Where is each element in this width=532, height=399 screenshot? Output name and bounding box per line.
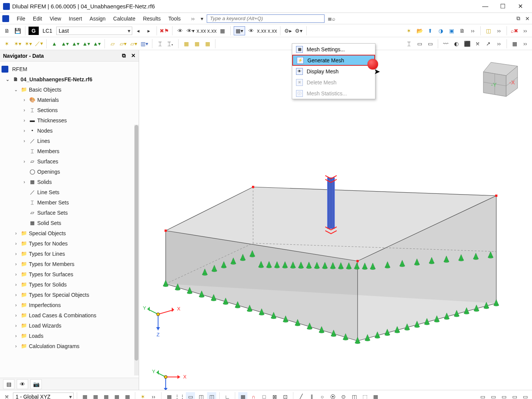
tree-item[interactable]: ›📁Load Cases & Combinations — [2, 310, 139, 320]
view-cube[interactable]: -Y -X — [480, 55, 525, 100]
menu-assign[interactable]: Assign — [86, 14, 109, 23]
tree-item[interactable]: ›•Nodes — [2, 125, 139, 136]
search-options-icon[interactable]: ≣⌕ — [327, 14, 336, 23]
nav-tab-display-icon[interactable]: 👁 — [17, 379, 28, 389]
menu-edit[interactable]: Edit — [29, 14, 46, 23]
menu-tools[interactable]: Tools — [165, 14, 185, 23]
nav-tab-data-icon[interactable]: ▤ — [3, 379, 14, 389]
navigator-close-icon[interactable]: ✕ — [131, 52, 136, 59]
guide-b-icon[interactable]: ⬚ — [360, 392, 369, 399]
sel-rect-icon[interactable]: ▭ — [186, 392, 195, 399]
snap2-icon[interactable]: ▦ — [91, 392, 100, 399]
expand-icon[interactable]: ⌄ — [13, 87, 19, 92]
graph-icon[interactable]: 〰 — [441, 39, 450, 48]
tree-item[interactable]: ›▦Solids — [2, 177, 139, 187]
minimize-button[interactable]: — — [477, 1, 494, 12]
tree-item[interactable]: ›🎨Materials — [2, 95, 139, 105]
tree-item[interactable]: ◯Openings — [2, 166, 139, 177]
line-tool-icon[interactable]: ／▾ — [34, 39, 43, 48]
new-file-icon[interactable]: 🗎 — [2, 26, 11, 35]
model-viewport[interactable]: X Y Z X Y Z — [139, 50, 532, 390]
osnap-mid-icon[interactable]: ⊡ — [281, 392, 290, 399]
dots-b-icon[interactable]: ⋮⋮ — [175, 392, 184, 399]
run-all-icon[interactable]: ⚙▾ — [294, 26, 303, 35]
tree-item[interactable]: ›📁Types for Nodes — [2, 238, 139, 249]
star-b-icon[interactable]: ✶ — [138, 392, 147, 399]
view3-icon[interactable]: ▭ — [499, 392, 508, 399]
loadcase-combo[interactable]: Last — [56, 27, 132, 35]
tree-item[interactable]: ⌶Member Sets — [2, 197, 139, 207]
osnap-end-icon[interactable]: □ — [260, 392, 269, 399]
cube-icon[interactable]: ⬛ — [462, 39, 472, 48]
tree-item[interactable]: ›／Lines — [2, 136, 139, 146]
envelope-icon[interactable]: ▦ — [218, 26, 227, 35]
cancel-select-icon[interactable]: ⌕✖ — [510, 26, 519, 35]
osnap-magnet-icon[interactable]: ∩ — [249, 392, 258, 399]
surface-tool2-icon[interactable]: ▱▾ — [119, 39, 128, 48]
sel-lasso-icon[interactable]: ◫ — [196, 392, 206, 399]
expand-icon[interactable]: › — [21, 97, 27, 103]
view5-icon[interactable]: ▭ — [521, 392, 530, 399]
nav-tab-views-icon[interactable]: 📷 — [30, 379, 42, 389]
select-icon[interactable]: ◫ — [484, 26, 493, 35]
snap3-icon[interactable]: ▦ — [101, 392, 111, 399]
support-tool-icon[interactable]: ▲ — [50, 39, 59, 48]
guide-o-icon[interactable]: ⊙ — [339, 392, 348, 399]
surface-tool-icon[interactable]: ▱ — [108, 39, 117, 48]
node-tool-icon[interactable]: ✶ — [2, 39, 11, 48]
node-tool3-icon[interactable]: ✶▾ — [24, 39, 33, 48]
section-lib-icon[interactable]: ⌶ — [404, 39, 413, 48]
delete-mesh-item[interactable]: ✖Delete Mesh — [292, 77, 375, 88]
menu-results[interactable]: Results — [139, 14, 165, 23]
osnap-grid-icon[interactable]: ▦ — [238, 392, 247, 399]
save-icon[interactable]: 💾 — [13, 26, 22, 35]
expand-icon[interactable]: › — [13, 323, 19, 328]
run-icon[interactable]: ⚙▸ — [283, 26, 293, 35]
tree-item[interactable]: ▦Solid Sets — [2, 218, 139, 228]
mesh-dropdown-button[interactable]: ▦▾ — [234, 26, 245, 35]
overflow-1-icon[interactable]: ›› — [468, 26, 477, 35]
section-tool-icon[interactable]: ⌶ — [155, 39, 165, 48]
overflow-4-icon[interactable]: ›› — [494, 39, 504, 48]
support-tool4-icon[interactable]: ▲▾ — [82, 39, 91, 48]
tree-item[interactable]: ›📁Loads — [2, 331, 139, 341]
overflow-2-icon[interactable]: ›› — [494, 26, 504, 35]
expand-icon[interactable]: › — [21, 179, 27, 185]
sel-poly-icon[interactable]: ◫ — [207, 392, 216, 399]
result-x-icon[interactable]: x.xx — [197, 26, 206, 35]
overflow-3-icon[interactable]: ›› — [521, 26, 530, 35]
nav-basic[interactable]: Basic Objects — [29, 87, 62, 93]
view2-icon[interactable]: ▭ — [489, 392, 498, 399]
expand-icon[interactable]: › — [13, 272, 19, 277]
next-lc-icon[interactable]: ▸ — [144, 26, 154, 35]
tree-item[interactable]: ▱Surface Sets — [2, 207, 139, 218]
expand-icon[interactable]: › — [21, 138, 27, 144]
navigator-scrollbar[interactable] — [134, 125, 139, 375]
tree-item[interactable]: ›📁Types for Surfaces — [2, 269, 139, 279]
tree-item[interactable]: ›📁Types for Members — [2, 259, 139, 269]
maximize-button[interactable]: ☐ — [494, 1, 511, 12]
section-lib3-icon[interactable]: ▭ — [426, 39, 435, 48]
expand-icon[interactable]: › — [13, 333, 19, 339]
tree-item[interactable]: ›⌶Sections — [2, 105, 139, 115]
document-icon[interactable]: 🗎 — [458, 26, 467, 35]
show-results-icon[interactable]: 👁 — [176, 26, 185, 35]
result-x2-icon[interactable]: x.xx — [207, 26, 217, 35]
expand-icon[interactable]: › — [21, 108, 27, 113]
guide-c-icon[interactable]: ○ — [318, 392, 327, 399]
guide-l-icon[interactable]: ╱ — [296, 392, 306, 399]
close-button[interactable]: ✕ — [511, 1, 529, 12]
prev-lc-icon[interactable]: ◂ — [134, 26, 143, 35]
result-eye-icon[interactable]: 👁 — [247, 26, 256, 35]
nav-file[interactable]: 04_UnabhaengesFE-Netz.rf6 — [21, 76, 92, 82]
close-panel-icon[interactable]: ✕ — [523, 14, 532, 23]
menu-overflow-icon[interactable]: ›› — [188, 14, 198, 23]
table-icon[interactable]: ▦ — [510, 39, 519, 48]
generate-mesh-item[interactable]: ⚡Generate Mesh — [292, 55, 375, 66]
expand-icon[interactable]: › — [13, 344, 19, 349]
overflow-b-icon[interactable]: ›› — [149, 392, 158, 399]
tree-item[interactable]: ⌶Members — [2, 146, 139, 156]
guide-a-icon[interactable]: ◫ — [350, 392, 359, 399]
model-box-icon[interactable]: ▣ — [447, 26, 456, 35]
snap1-icon[interactable]: ▦ — [80, 392, 89, 399]
